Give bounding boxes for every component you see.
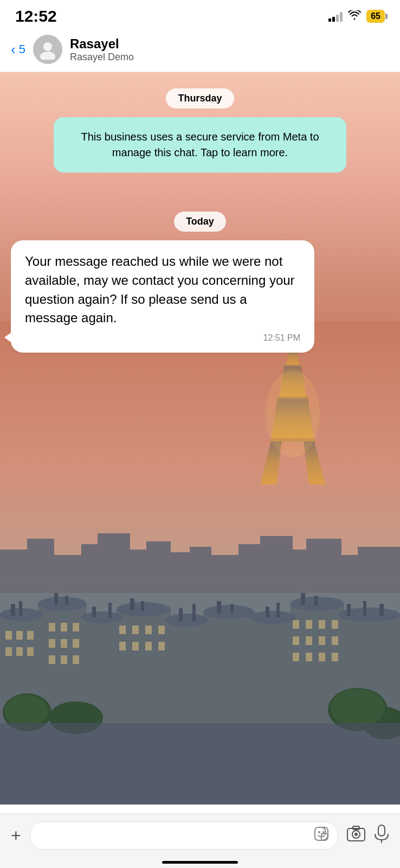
microphone-button[interactable] <box>374 825 389 847</box>
svg-rect-55 <box>130 598 134 610</box>
svg-point-42 <box>81 611 122 623</box>
received-message-bubble: Your message reached us while we were no… <box>11 240 314 353</box>
svg-rect-74 <box>49 623 55 631</box>
message-input-container[interactable] <box>30 821 338 850</box>
svg-point-1 <box>40 52 55 60</box>
svg-rect-13 <box>270 438 315 442</box>
svg-point-112 <box>322 831 325 833</box>
svg-point-44 <box>165 614 209 627</box>
message-input[interactable] <box>39 829 314 842</box>
svg-rect-77 <box>49 639 55 648</box>
svg-rect-62 <box>276 603 280 617</box>
svg-rect-80 <box>49 655 55 664</box>
svg-rect-109 <box>0 723 400 805</box>
svg-rect-98 <box>332 636 338 645</box>
status-time: 12:52 <box>15 7 57 25</box>
date-badge-thursday: Thursday <box>166 88 234 108</box>
svg-rect-58 <box>192 604 196 621</box>
svg-rect-76 <box>73 623 79 631</box>
svg-rect-50 <box>19 601 22 616</box>
date-badge-today: Today <box>174 212 226 232</box>
svg-rect-81 <box>61 655 67 664</box>
svg-point-0 <box>43 42 52 51</box>
svg-rect-92 <box>306 620 312 629</box>
svg-rect-49 <box>11 604 15 616</box>
wifi-icon <box>348 10 361 23</box>
svg-rect-65 <box>347 604 351 616</box>
security-message-bubble[interactable]: This business uses a secure service from… <box>54 117 346 173</box>
svg-rect-101 <box>319 653 325 661</box>
svg-rect-78 <box>61 639 67 648</box>
svg-rect-87 <box>119 642 126 650</box>
svg-rect-30 <box>358 547 400 593</box>
back-count: 5 <box>19 42 25 56</box>
svg-rect-117 <box>378 825 385 836</box>
svg-rect-61 <box>266 607 269 617</box>
contact-name: Rasayel <box>70 36 134 52</box>
svg-rect-72 <box>16 647 23 656</box>
svg-rect-82 <box>73 655 79 664</box>
message-timestamp: 12:51 PM <box>25 333 300 343</box>
svg-point-45 <box>203 605 254 619</box>
status-icons: 65 <box>328 10 385 23</box>
svg-rect-17 <box>49 555 87 593</box>
svg-rect-53 <box>92 607 96 617</box>
sticker-icon[interactable] <box>314 826 329 845</box>
svg-rect-73 <box>27 647 34 656</box>
back-button[interactable]: ‹ 5 <box>11 41 25 58</box>
svg-rect-99 <box>293 653 299 661</box>
svg-point-107 <box>4 695 48 727</box>
svg-point-41 <box>38 597 87 611</box>
svg-rect-51 <box>54 593 58 605</box>
svg-rect-36 <box>203 612 255 723</box>
svg-rect-11 <box>282 364 304 366</box>
svg-rect-52 <box>65 596 68 605</box>
svg-rect-57 <box>179 608 183 621</box>
svg-rect-59 <box>217 601 221 613</box>
svg-rect-63 <box>301 593 305 605</box>
svg-rect-83 <box>119 626 126 634</box>
chat-background-city <box>0 322 400 805</box>
svg-rect-68 <box>5 631 12 640</box>
contact-sub: Rasayel Demo <box>70 52 134 63</box>
svg-rect-100 <box>306 653 312 661</box>
svg-point-46 <box>249 611 296 624</box>
message-text: Your message reached us while we were no… <box>25 252 300 328</box>
plus-button[interactable]: + <box>11 826 21 846</box>
svg-rect-66 <box>363 601 366 616</box>
svg-rect-12 <box>276 397 309 399</box>
nav-header: ‹ 5 Rasayel Rasayel Demo <box>0 29 400 72</box>
svg-rect-71 <box>5 647 12 656</box>
svg-point-115 <box>354 833 358 836</box>
svg-rect-94 <box>332 620 338 629</box>
svg-point-108 <box>331 689 385 727</box>
battery-icon: 65 <box>366 10 385 23</box>
svg-rect-102 <box>332 653 338 661</box>
svg-rect-54 <box>108 603 112 618</box>
svg-rect-93 <box>319 620 325 629</box>
svg-rect-89 <box>145 642 152 650</box>
svg-rect-64 <box>314 596 318 605</box>
svg-point-10 <box>266 371 320 457</box>
svg-rect-96 <box>306 636 312 645</box>
back-chevron-icon: ‹ <box>11 41 16 58</box>
svg-rect-90 <box>158 642 165 650</box>
chat-content: Thursday This business uses a secure ser… <box>0 72 400 363</box>
svg-rect-91 <box>293 620 299 629</box>
svg-rect-67 <box>379 604 384 616</box>
svg-rect-85 <box>145 626 152 634</box>
signal-icon <box>328 11 343 22</box>
svg-point-111 <box>318 831 320 833</box>
svg-rect-97 <box>319 636 325 645</box>
svg-rect-84 <box>132 626 139 634</box>
svg-rect-70 <box>27 631 34 640</box>
chat-area: Thursday This business uses a secure ser… <box>0 72 400 805</box>
camera-button[interactable] <box>347 826 365 846</box>
input-bar: + <box>0 813 400 868</box>
svg-rect-37 <box>249 617 295 723</box>
home-indicator <box>162 861 238 864</box>
svg-rect-86 <box>158 626 165 634</box>
svg-rect-75 <box>61 623 67 631</box>
svg-rect-35 <box>165 620 209 723</box>
svg-rect-60 <box>230 604 234 613</box>
